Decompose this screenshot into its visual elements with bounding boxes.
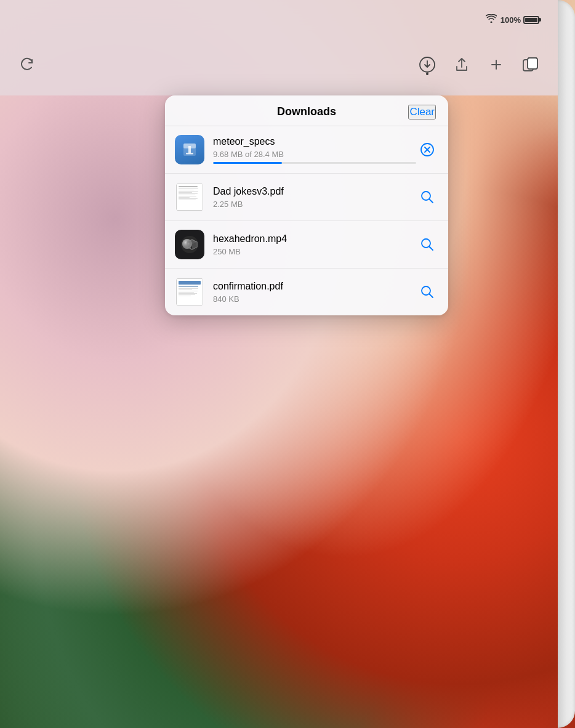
file-info-hexahedron: hexahedron.mp4 250 MB (213, 233, 416, 256)
file-name-meteor: meteor_specs (213, 136, 416, 147)
toolbar-inner (0, 34, 558, 95)
popup-header: Downloads Clear (165, 95, 448, 126)
file-size-dad-jokes: 2.25 MB (213, 200, 416, 209)
svg-line-14 (430, 200, 433, 203)
reveal-dad-jokes[interactable] (416, 186, 438, 208)
progress-fill-meteor (213, 162, 282, 164)
file-info-meteor: meteor_specs 9.68 MB of 28.4 MB (213, 136, 416, 164)
file-size-hexahedron: 250 MB (213, 247, 416, 256)
download-active-dot (426, 73, 428, 75)
svg-rect-9 (186, 153, 193, 155)
reload-button[interactable] (18, 56, 36, 73)
file-info-dad-jokes: Dad jokesv3.pdf 2.25 MB (213, 186, 416, 209)
clear-button[interactable]: Clear (408, 105, 436, 119)
battery-percent: 100% (501, 15, 521, 25)
popup-title: Downloads (277, 105, 336, 118)
file-size-confirmation: 840 KB (213, 294, 416, 304)
wifi-icon (486, 14, 497, 25)
file-icon-hexahedron (175, 230, 204, 259)
file-info-confirmation: confirmation.pdf 840 KB (213, 281, 416, 304)
download-item-dad-jokes[interactable]: Dad jokesv3.pdf 2.25 MB (165, 174, 448, 221)
svg-line-24 (430, 294, 433, 298)
file-name-dad-jokes: Dad jokesv3.pdf (213, 186, 416, 197)
download-item-confirmation[interactable]: confirmation.pdf 840 KB (165, 269, 448, 315)
progress-bar-meteor (213, 162, 416, 164)
file-icon-dad-jokes (175, 182, 204, 212)
reveal-confirmation[interactable] (416, 281, 438, 303)
svg-rect-8 (188, 146, 191, 153)
svg-line-22 (430, 247, 433, 251)
new-tab-button[interactable] (488, 56, 505, 73)
file-size-meteor: 9.68 MB of 28.4 MB (213, 150, 416, 159)
download-item-meteor[interactable]: meteor_specs 9.68 MB of 28.4 MB (165, 126, 448, 174)
file-name-hexahedron: hexahedron.mp4 (213, 233, 416, 245)
share-button[interactable] (453, 56, 470, 73)
status-bar: 100% (0, 7, 558, 32)
file-name-confirmation: confirmation.pdf (213, 281, 416, 292)
tabs-overview-button[interactable] (522, 56, 539, 73)
battery-icon (523, 16, 539, 24)
battery-fill (525, 18, 537, 22)
download-item-hexahedron[interactable]: hexahedron.mp4 250 MB (165, 221, 448, 269)
downloads-popup: Downloads Clear meteor_specs 9.68 MB of … (165, 95, 448, 315)
cancel-download-meteor[interactable] (416, 139, 438, 161)
conf-header-bg (179, 281, 201, 285)
device-bezel-right (558, 0, 575, 728)
reveal-hexahedron[interactable] (416, 233, 438, 256)
downloads-button[interactable] (419, 56, 436, 73)
file-icon-keynote (175, 135, 204, 164)
toolbar-icons (419, 56, 545, 73)
svg-rect-4 (528, 58, 537, 69)
file-icon-confirmation (175, 277, 204, 307)
